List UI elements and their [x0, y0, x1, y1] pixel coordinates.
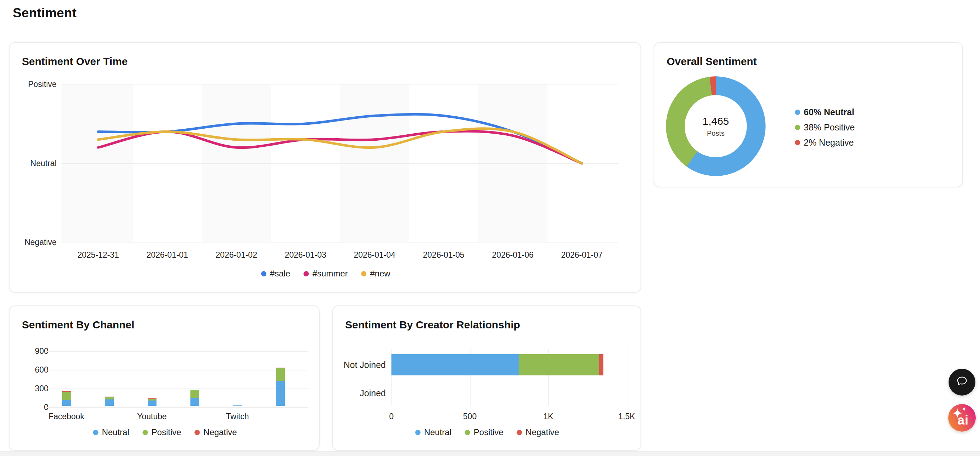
- legend-dot: [795, 110, 800, 115]
- legend-dot: [304, 271, 309, 276]
- x-tick-0: 0: [389, 412, 394, 421]
- chat-button[interactable]: [948, 369, 975, 395]
- bar-stack-3: [191, 390, 199, 406]
- legend-label: Negative: [526, 427, 559, 437]
- legend-label: Positive: [474, 427, 503, 437]
- hbar-segment-neutral: [391, 354, 519, 375]
- bar-segment-neutral: [148, 400, 156, 406]
- chart-title-creator: Sentiment By Creator Relationship: [345, 319, 520, 331]
- bar-segment-positive: [105, 397, 114, 399]
- legend-item--sale[interactable]: #sale: [261, 269, 290, 279]
- x-tick-2026-01-06: 2026-01-06: [492, 250, 534, 260]
- legend-overall: 60% Neutral38% Positive2% Negative: [795, 107, 855, 148]
- bar-stack-1: [105, 397, 114, 406]
- card-overall-sentiment: Overall Sentiment 1,465 Posts 60% Neutra…: [654, 42, 963, 187]
- legend-item-neutral[interactable]: Neutral: [93, 427, 129, 437]
- x-tick-2026-01-02: 2026-01-02: [215, 250, 257, 260]
- legend-label: 38% Positive: [804, 122, 855, 132]
- hbar-segment-positive: [519, 354, 600, 375]
- legend-dot: [795, 140, 800, 145]
- legend-label: Positive: [151, 427, 181, 437]
- hbar-0: [391, 354, 603, 375]
- card-sentiment-by-channel: Sentiment By Channel NeutralPositiveNega…: [9, 305, 320, 451]
- donut-total-label: Posts: [707, 129, 725, 137]
- y-tick-600: 600: [6, 365, 48, 375]
- bar-segment-neutral: [105, 399, 114, 406]
- x-tick-2026-01-04: 2026-01-04: [354, 250, 395, 260]
- hbar-segment-negative: [599, 354, 603, 375]
- legend-label: Neutral: [102, 427, 129, 437]
- legend-item-neutral[interactable]: Neutral: [415, 427, 451, 437]
- bar-segment-positive: [62, 392, 71, 400]
- legend-dot: [415, 430, 420, 435]
- gridline-900: [45, 351, 308, 352]
- bar-segment-neutral: [233, 405, 242, 406]
- gridline-1.5K: [627, 349, 627, 405]
- donut-center: 1,465 Posts: [685, 95, 747, 157]
- legend-item-positive[interactable]: Positive: [143, 427, 181, 437]
- x-tick-1.5K: 1.5K: [618, 412, 635, 421]
- legend-dot: [195, 430, 200, 435]
- line-chart-plot: [62, 75, 621, 258]
- bar-stack-2: [148, 399, 156, 406]
- x-label-facebook: Facebook: [48, 412, 84, 421]
- legend-dot: [361, 271, 367, 276]
- x-tick-500: 500: [463, 412, 477, 421]
- row-label-not-joined: Not Joined: [340, 360, 386, 370]
- legend-item-38-positive[interactable]: 38% Positive: [795, 122, 855, 132]
- chart-title-over-time: Sentiment Over Time: [22, 56, 128, 67]
- legend-item-negative[interactable]: Negative: [195, 427, 237, 437]
- y-tick-300: 300: [6, 384, 48, 394]
- chart-title-channel: Sentiment By Channel: [22, 319, 134, 331]
- x-tick-2026-01-05: 2026-01-05: [423, 250, 465, 260]
- y-tick-900: 900: [6, 346, 48, 356]
- legend-dot: [517, 430, 522, 435]
- legend-label: #new: [370, 269, 390, 279]
- bar-stack-4: [233, 405, 242, 406]
- sparkle-small-icon: [962, 407, 967, 411]
- legend-item-positive[interactable]: Positive: [465, 427, 503, 437]
- bar-stack-0: [62, 391, 71, 406]
- bar-segment-neutral: [191, 398, 199, 406]
- legend-creator: NeutralPositiveNegative: [415, 427, 559, 437]
- bar-stack-5: [276, 368, 285, 406]
- speech-bubble-icon: [954, 374, 970, 390]
- donut-chart: 1,465 Posts: [666, 77, 765, 176]
- donut-total-posts: 1,465: [702, 115, 729, 127]
- page-title: Sentiment: [13, 6, 77, 21]
- gridline-600: [45, 370, 308, 370]
- legend-dot: [93, 430, 98, 435]
- legend-item--summer[interactable]: #summer: [304, 269, 348, 279]
- y-axis-label-positive: Positive: [14, 80, 57, 89]
- legend-over-time: #sale#summer#new: [261, 269, 390, 279]
- legend-label: 60% Neutral: [804, 107, 854, 117]
- legend-dot: [795, 125, 800, 130]
- x-tick-2026-01-01: 2026-01-01: [146, 250, 188, 260]
- bar-segment-positive: [276, 368, 285, 381]
- bar-segment-neutral: [276, 381, 285, 406]
- legend-item-negative[interactable]: Negative: [517, 427, 559, 437]
- legend-channel: NeutralPositiveNegative: [93, 427, 237, 437]
- legend-dot: [261, 271, 266, 276]
- y-axis-label-neutral: Neutral: [14, 159, 57, 168]
- gridline-0: [45, 407, 308, 408]
- legend-label: 2% Negative: [804, 137, 854, 148]
- ai-assistant-button[interactable]: ai: [948, 404, 976, 432]
- card-sentiment-over-time: Sentiment Over Time Positive Neutral Neg…: [9, 42, 641, 293]
- row-label-joined: Joined: [340, 388, 386, 399]
- x-tick-2026-01-07: 2026-01-07: [561, 250, 603, 260]
- legend-item-2-negative[interactable]: 2% Negative: [795, 137, 855, 148]
- legend-item--new[interactable]: #new: [361, 269, 390, 279]
- y-tick-0: 0: [6, 403, 48, 412]
- legend-label: Negative: [204, 427, 237, 437]
- y-axis-label-negative: Negative: [14, 238, 57, 247]
- x-label-twitch: Twitch: [226, 412, 249, 421]
- legend-item-60-neutral[interactable]: 60% Neutral: [795, 107, 855, 117]
- legend-label: #summer: [312, 269, 348, 279]
- sparkle-icon: [953, 408, 963, 418]
- gridline-300: [45, 389, 308, 389]
- page-bottom-strip: [0, 451, 980, 456]
- legend-dot: [143, 430, 148, 435]
- legend-dot: [465, 430, 470, 435]
- chart-title-overall: Overall Sentiment: [667, 56, 757, 67]
